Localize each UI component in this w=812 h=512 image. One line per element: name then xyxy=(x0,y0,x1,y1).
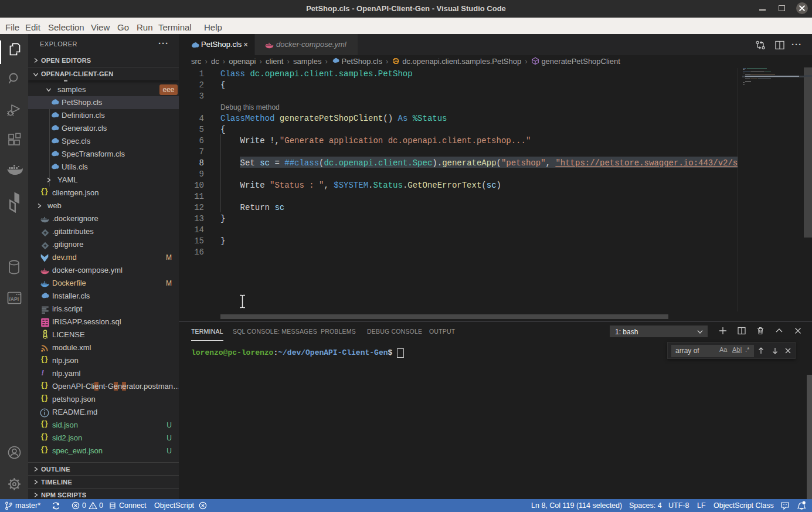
svg-text:/API: /API xyxy=(9,296,19,302)
